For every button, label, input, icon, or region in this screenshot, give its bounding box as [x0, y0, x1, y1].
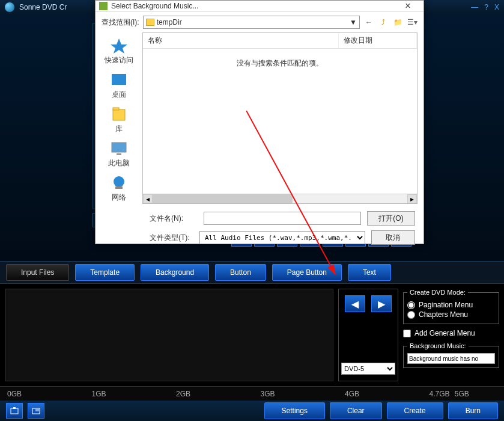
- app-logo-icon: [5, 2, 14, 12]
- tab-text[interactable]: Text: [348, 264, 391, 281]
- new-folder-icon[interactable]: 📁: [392, 17, 403, 28]
- chapters-radio[interactable]: Chapters Menu: [407, 310, 495, 319]
- tab-button[interactable]: Button: [215, 264, 266, 281]
- up-icon[interactable]: ⤴: [378, 17, 389, 28]
- disc-type-select[interactable]: DVD-5: [341, 363, 395, 375]
- svg-rect-7: [112, 143, 126, 152]
- help-button[interactable]: ?: [484, 3, 488, 11]
- svg-rect-6: [113, 108, 119, 110]
- tab-background[interactable]: Background: [141, 264, 209, 281]
- prev-page-button[interactable]: ◀: [345, 295, 365, 312]
- next-page-button[interactable]: ▶: [371, 295, 392, 312]
- places-bar: 快速访问 桌面 库 此电脑 网络: [96, 32, 142, 207]
- cancel-button[interactable]: 取消: [371, 230, 415, 245]
- add-file-icon-button[interactable]: [6, 403, 23, 419]
- pagination-radio[interactable]: Pagination Menu: [407, 301, 495, 309]
- create-button[interactable]: Create: [387, 402, 443, 419]
- dvd-mode-legend: Create DVD Mode:: [407, 289, 468, 296]
- filetype-select[interactable]: All Audio Files (*.wav,*.mp3,*.wma,*.: [199, 231, 365, 244]
- svg-rect-0: [11, 408, 18, 414]
- add-folder-icon-button[interactable]: [28, 403, 44, 419]
- nav-panel: ◀ ▶ DVD-5: [338, 289, 398, 381]
- clear-button[interactable]: Clear: [330, 402, 382, 419]
- back-icon[interactable]: ←: [363, 17, 374, 28]
- filename-input[interactable]: [204, 212, 361, 225]
- col-date[interactable]: 修改日期: [339, 33, 417, 48]
- svg-rect-1: [13, 407, 16, 409]
- dialog-close-button[interactable]: ×: [396, 1, 420, 11]
- tab-bar: Input Files Template Background Button P…: [0, 261, 504, 284]
- folder-icon: [146, 19, 154, 26]
- col-name[interactable]: 名称: [143, 33, 339, 48]
- place-desktop[interactable]: 桌面: [96, 72, 142, 100]
- file-dialog: Select Background Music... × 查找范围(I): te…: [95, 0, 424, 244]
- svg-point-9: [114, 176, 124, 187]
- bg-music-group: Background Music:: [403, 342, 499, 368]
- settings-button[interactable]: Settings: [264, 402, 325, 419]
- place-libraries[interactable]: 库: [96, 106, 142, 134]
- empty-message: 没有与搜索条件匹配的项。: [143, 49, 417, 194]
- add-general-menu-check[interactable]: Add General Menu: [403, 329, 499, 337]
- tab-page-button[interactable]: Page Button: [272, 264, 342, 281]
- place-this-pc[interactable]: 此电脑: [96, 140, 142, 168]
- view-icon[interactable]: ☰▾: [407, 17, 417, 28]
- footer: Settings Clear Create Burn: [0, 401, 504, 421]
- lookin-label: 查找范围(I):: [102, 17, 139, 28]
- svg-marker-3: [111, 38, 127, 54]
- burn-button[interactable]: Burn: [448, 402, 498, 419]
- bg-music-legend: Background Music:: [407, 342, 469, 349]
- timeline-canvas[interactable]: [5, 289, 333, 381]
- svg-rect-10: [115, 186, 123, 189]
- directory-name: tempDir: [157, 18, 182, 26]
- open-button[interactable]: 打开(O): [367, 211, 415, 226]
- place-network[interactable]: 网络: [96, 174, 142, 203]
- svg-rect-5: [113, 109, 125, 120]
- place-quick-access[interactable]: 快速访问: [96, 37, 142, 66]
- dvd-mode-group: Create DVD Mode: Pagination Menu Chapter…: [403, 289, 499, 324]
- minimize-button[interactable]: —: [471, 3, 478, 11]
- directory-select[interactable]: tempDir ▼: [143, 16, 360, 29]
- music-file-icon: [99, 2, 108, 10]
- file-list[interactable]: 名称 修改日期 没有与搜索条件匹配的项。 ◂▸: [142, 32, 417, 204]
- filename-label: 文件名(N):: [150, 214, 198, 224]
- dialog-title: Select Background Music...: [111, 2, 198, 10]
- svg-rect-4: [112, 74, 126, 85]
- size-ruler: 0GB 1GB 2GB 3GB 4GB 4.7GB 5GB: [0, 386, 504, 401]
- tab-input-files[interactable]: Input Files: [6, 264, 69, 281]
- filetype-label: 文件类型(T):: [150, 233, 193, 243]
- svg-rect-8: [117, 153, 121, 155]
- close-button[interactable]: X: [494, 3, 499, 11]
- tab-template[interactable]: Template: [75, 264, 135, 281]
- bg-music-input[interactable]: [407, 353, 495, 364]
- horizontal-scrollbar[interactable]: ◂▸: [143, 194, 417, 203]
- dialog-titlebar[interactable]: Select Background Music... ×: [96, 1, 424, 12]
